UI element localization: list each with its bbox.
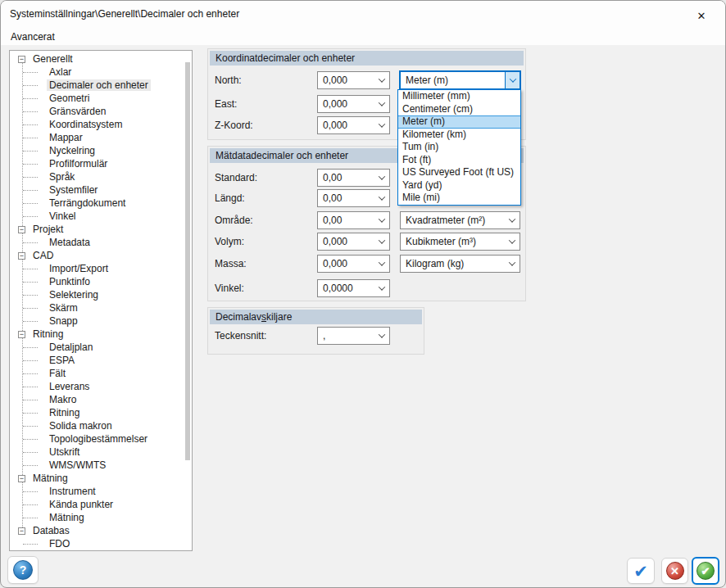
- collapse-minus-icon[interactable]: −: [18, 527, 25, 535]
- z-koord-decimals-combobox[interactable]: 0,000: [317, 116, 390, 134]
- help-icon: ?: [13, 560, 33, 580]
- unit-dropdown-list: Millimeter (mm) Centimeter (cm) Meter (m…: [397, 89, 521, 206]
- chevron-down-icon: [374, 117, 389, 133]
- tree-item-geometri[interactable]: Geometri: [10, 92, 192, 105]
- tree-item-matning[interactable]: −Mätning: [10, 472, 192, 485]
- dropdown-option-millimeter[interactable]: Millimeter (mm): [398, 90, 520, 103]
- tree-item-falt[interactable]: Fält: [10, 367, 192, 380]
- massa-decimals-combobox[interactable]: 0,000: [317, 255, 390, 273]
- dropdown-option-meter[interactable]: Meter (m): [398, 115, 520, 129]
- tree-item-kanda-punkter[interactable]: Kända punkter: [10, 498, 192, 511]
- chevron-down-icon: [374, 170, 389, 186]
- tree-item-matning-sub[interactable]: Mätning: [10, 511, 192, 524]
- massa-unit-combobox[interactable]: Kilogram (kg): [400, 255, 520, 273]
- tree-item-instrument[interactable]: Instrument: [10, 485, 192, 498]
- tree-item-ritning-sub[interactable]: Ritning: [10, 406, 192, 419]
- apply-check-icon: ✔: [633, 563, 648, 580]
- volym-decimals-combobox[interactable]: 0,000: [317, 233, 390, 251]
- dropdown-option-yard[interactable]: Yard (yd): [398, 179, 520, 192]
- window-title: Systeminställningar\Generellt\Decimaler …: [10, 8, 239, 20]
- dropdown-option-fot[interactable]: Fot (ft): [398, 154, 520, 167]
- ok-button[interactable]: ✔: [692, 557, 719, 585]
- settings-tree[interactable]: −Generellt Axlar Decimaler och enheter G…: [9, 50, 193, 551]
- collapse-minus-icon[interactable]: −: [18, 226, 25, 233]
- tree-item-axlar[interactable]: Axlar: [10, 66, 192, 79]
- standard-decimals-combobox[interactable]: 0,00: [317, 169, 390, 187]
- help-button[interactable]: ?: [7, 556, 39, 584]
- tree-item-cad[interactable]: −CAD: [10, 249, 192, 262]
- tree-item-topologibestammelser[interactable]: Topologibestämmelser: [10, 432, 192, 446]
- tree-item-systemfiler[interactable]: Systemfiler: [10, 183, 192, 197]
- close-icon[interactable]: ✕: [689, 5, 714, 26]
- vinkel-label: Vinkel:: [215, 279, 244, 297]
- chevron-down-icon: [374, 72, 389, 88]
- chevron-down-icon: [505, 212, 520, 228]
- tree-item-generellt[interactable]: −Generellt: [10, 52, 192, 66]
- chevron-down-icon: [374, 96, 389, 112]
- tree-item-import-export[interactable]: Import/Export: [10, 262, 192, 275]
- dropdown-option-tum[interactable]: Tum (in): [398, 141, 520, 154]
- east-decimals-combobox[interactable]: 0,000: [317, 95, 390, 113]
- tree-item-snapp[interactable]: Snapp: [10, 314, 192, 328]
- tree-item-punktinfo[interactable]: Punktinfo: [10, 275, 192, 288]
- tree-item-vinkel[interactable]: Vinkel: [10, 210, 192, 223]
- tree-item-nyckelring[interactable]: Nyckelring: [10, 144, 192, 157]
- tree-item-projekt[interactable]: −Projekt: [10, 223, 192, 236]
- tree-item-makro[interactable]: Makro: [10, 393, 192, 406]
- chevron-down-icon: [374, 212, 389, 228]
- tree-item-selektering[interactable]: Selektering: [10, 288, 192, 301]
- tree-item-espa[interactable]: ESPA: [10, 354, 192, 367]
- teckensnitt-combobox[interactable]: ,: [317, 327, 390, 345]
- dropdown-option-centimeter[interactable]: Centimeter (cm): [398, 103, 520, 116]
- collapse-minus-icon[interactable]: −: [18, 56, 25, 63]
- vinkel-decimals-combobox[interactable]: 0,0000: [317, 279, 390, 297]
- tree-item-utskrift[interactable]: Utskrift: [10, 446, 192, 459]
- tree-item-metadata[interactable]: Metadata: [10, 236, 192, 249]
- langd-label: Längd:: [215, 189, 245, 207]
- standard-label: Standard:: [215, 169, 257, 187]
- tree-item-koordinatsystem[interactable]: Koordinatsystem: [10, 118, 192, 131]
- tree-item-leverans[interactable]: Leverans: [10, 380, 192, 393]
- group-header: Koordinatdecimaler och enheter: [210, 51, 524, 66]
- massa-label: Massa:: [215, 255, 247, 273]
- apply-button[interactable]: ✔: [627, 558, 655, 584]
- tree-item-sprak[interactable]: Språk: [10, 170, 192, 183]
- tree-item-wms-wmts[interactable]: WMS/WMTS: [10, 459, 192, 472]
- group-decimalavskiljare: Decimalavskiljare Teckensnitt: ,: [207, 307, 424, 355]
- tree-item-fdo[interactable]: FDO: [10, 537, 192, 550]
- teckensnitt-label: Teckensnitt:: [215, 327, 266, 345]
- north-decimals-combobox[interactable]: 0,000: [317, 71, 390, 89]
- tree-item-gransvarden[interactable]: Gränsvärden: [10, 105, 192, 118]
- tree-item-databas[interactable]: −Databas: [10, 524, 192, 537]
- omrade-decimals-combobox[interactable]: 0,00: [317, 211, 390, 229]
- dropdown-option-mile[interactable]: Mile (mi): [398, 192, 520, 205]
- north-unit-combobox[interactable]: Meter (m): [400, 71, 520, 89]
- tree-item-ritning[interactable]: −Ritning: [10, 328, 192, 341]
- tree-item-solida-makron[interactable]: Solida makron: [10, 419, 192, 432]
- cancel-button[interactable]: ✕: [661, 558, 688, 584]
- tree-item-skarm[interactable]: Skärm: [10, 301, 192, 314]
- tree-item-terrangdokument[interactable]: Terrängdokument: [10, 197, 192, 210]
- omrade-unit-combobox[interactable]: Kvadratmeter (m²): [400, 211, 520, 229]
- dropdown-option-us-surveyed-foot[interactable]: US Surveyed Foot (ft US): [398, 166, 520, 179]
- tree-item-decimaler-och-enheter[interactable]: Decimaler och enheter: [10, 79, 192, 92]
- title-bar: Systeminställningar\Generellt\Decimaler …: [1, 1, 725, 45]
- ok-check-icon: ✔: [697, 562, 715, 580]
- collapse-minus-icon[interactable]: −: [18, 252, 25, 260]
- z-koord-label: Z-Koord:: [215, 116, 253, 134]
- tree-scrollbar[interactable]: [185, 62, 190, 460]
- tree-item-detaljplan[interactable]: Detaljplan: [10, 341, 192, 354]
- collapse-minus-icon[interactable]: −: [18, 331, 25, 338]
- chevron-down-icon: [374, 280, 389, 296]
- omrade-label: Område:: [215, 211, 253, 229]
- chevron-down-icon: [374, 190, 389, 206]
- menu-item-avancerat[interactable]: Avancerat: [7, 30, 58, 43]
- collapse-minus-icon[interactable]: −: [18, 475, 25, 482]
- tree-item-mappar[interactable]: Mappar: [10, 131, 192, 144]
- volym-unit-combobox[interactable]: Kubikmeter (m³): [400, 233, 520, 251]
- cancel-x-icon: ✕: [666, 562, 684, 580]
- tree-item-profilformular[interactable]: Profilformulär: [10, 157, 192, 170]
- dropdown-option-kilometer[interactable]: Kilometer (km): [398, 129, 520, 142]
- chevron-down-icon: [374, 256, 389, 272]
- langd-decimals-combobox[interactable]: 0,00: [317, 189, 390, 207]
